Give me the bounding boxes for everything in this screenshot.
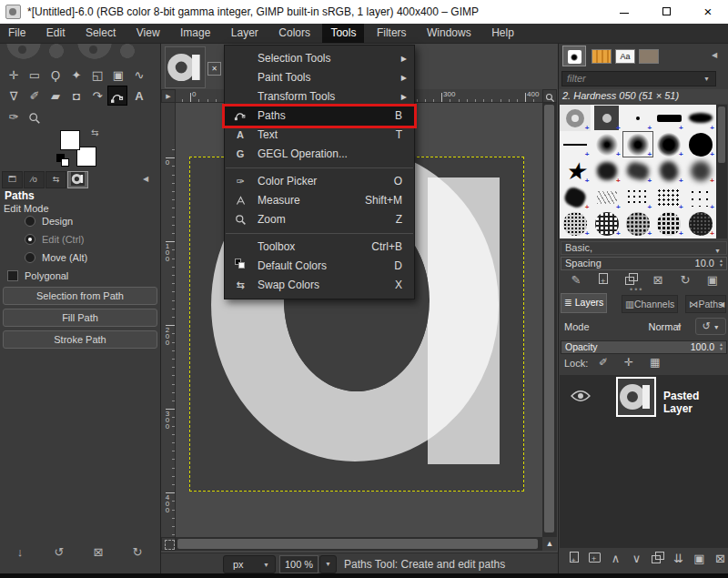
brush-thumbnail[interactable]: [685, 157, 716, 184]
delete-tool-preset-button[interactable]: ⊠: [89, 545, 107, 562]
polygonal-checkbox-row[interactable]: Polygonal: [7, 270, 68, 281]
brush-thumbnail[interactable]: [560, 131, 591, 157]
menu-file[interactable]: File: [0, 24, 34, 43]
default-colors-icon-white[interactable]: [61, 158, 69, 167]
unit-dropdown[interactable]: px▼: [223, 555, 276, 573]
layer-thumbnail[interactable]: [616, 377, 656, 417]
open-brush-as-image-button[interactable]: ▣: [703, 272, 723, 288]
brush-thumbnail[interactable]: [685, 105, 716, 131]
tool-warp-button[interactable]: ∿: [129, 66, 149, 86]
spacing-spinner[interactable]: ▲▼: [717, 259, 725, 268]
vertical-ruler[interactable]: 0 100 200 300 400: [161, 103, 176, 537]
menu-colors[interactable]: Colors: [270, 24, 318, 43]
brush-thumbnail[interactable]: [685, 210, 716, 237]
collapse-layers-dock-icon[interactable]: ◀: [719, 300, 724, 309]
menu-image[interactable]: Image: [172, 24, 218, 43]
stroke-path-button[interactable]: Stroke Path: [3, 330, 157, 349]
brush-thumbnail[interactable]: [591, 131, 622, 157]
tab-tool-options[interactable]: 🗔: [2, 171, 23, 188]
tab-document-history[interactable]: [639, 49, 659, 64]
menu-item-paint-tools[interactable]: Paint Tools▶: [225, 68, 414, 87]
save-tool-preset-button[interactable]: ↓: [11, 545, 29, 562]
minimize-button[interactable]: [604, 0, 644, 24]
brush-thumbnail[interactable]: [622, 210, 653, 237]
tool-crop-button[interactable]: ◱: [87, 66, 107, 86]
brush-thumbnail-selected[interactable]: [622, 131, 653, 157]
menu-windows[interactable]: Windows: [419, 24, 480, 43]
duplicate-layer-button[interactable]: [648, 551, 667, 567]
menu-select[interactable]: Select: [77, 24, 124, 43]
radio-design[interactable]: Design: [25, 216, 73, 228]
polygonal-checkbox[interactable]: [7, 270, 18, 281]
menu-item-selection-tools[interactable]: Selection Tools▶: [225, 49, 414, 68]
tab-patterns[interactable]: [592, 49, 612, 64]
menu-filters[interactable]: Filters: [369, 24, 415, 43]
tool-clone-button[interactable]: ◘: [66, 86, 86, 106]
selection-from-path-button[interactable]: Selection from Path: [3, 287, 157, 305]
tab-layers[interactable]: ≣ Layers: [561, 293, 607, 313]
brush-group-dropdown[interactable]: Basic,▼: [561, 241, 727, 255]
tool-paths-button[interactable]: [107, 86, 127, 106]
collapse-right-dock-icon[interactable]: ◀: [712, 51, 717, 59]
opacity-spinner[interactable]: ▲▼: [717, 342, 725, 351]
brush-grid-scrollbar-thumb[interactable]: [718, 106, 725, 163]
menu-help[interactable]: Help: [483, 24, 522, 43]
tool-transform-button[interactable]: ▣: [108, 66, 128, 86]
vertical-scrollbar[interactable]: [542, 103, 557, 537]
brush-thumbnail[interactable]: ★: [560, 157, 591, 184]
layer-visibility-eye-icon[interactable]: [571, 390, 591, 402]
merge-layer-button[interactable]: ⇊: [669, 551, 688, 567]
maximize-button[interactable]: [646, 0, 686, 24]
menu-tools[interactable]: Tools: [322, 24, 364, 43]
tab-image-thumbnail[interactable]: [67, 171, 88, 188]
menu-edit[interactable]: Edit: [38, 24, 74, 43]
layer-name[interactable]: Pasted Layer: [663, 390, 728, 415]
raise-layer-button[interactable]: ∧: [606, 551, 625, 567]
quick-mask-toggle[interactable]: [161, 537, 176, 551]
lock-alpha-icon[interactable]: ▦: [650, 356, 660, 369]
brush-thumbnail[interactable]: [685, 184, 716, 210]
zoom-dropdown-arrow[interactable]: ▼: [319, 555, 337, 573]
add-layer-mask-button[interactable]: ▣: [690, 551, 709, 567]
tool-rectangle-select-button[interactable]: ▭: [25, 66, 45, 86]
brush-thumbnail[interactable]: [591, 184, 622, 210]
delete-brush-button[interactable]: ⊠: [648, 272, 668, 288]
lock-pixels-icon[interactable]: ✐: [599, 356, 608, 369]
lock-position-icon[interactable]: ✛: [624, 356, 633, 369]
menu-layer[interactable]: Layer: [223, 24, 267, 43]
tool-text-button[interactable]: A: [129, 86, 149, 106]
tab-undo-history[interactable]: ⇆: [46, 171, 66, 188]
opacity-slider[interactable]: Opacity 100.0 ▲▼: [561, 340, 727, 354]
menu-item-paths[interactable]: PathsB: [225, 106, 414, 126]
brush-thumbnail[interactable]: [653, 105, 684, 131]
zoom-level-field[interactable]: 100 %: [279, 555, 318, 573]
menu-item-zoom[interactable]: ZoomZ: [225, 210, 414, 229]
reset-tool-options-button[interactable]: ↻: [128, 545, 147, 562]
v-scrollbar-thumb[interactable]: [544, 105, 554, 532]
edit-brush-button[interactable]: ✎: [566, 272, 586, 288]
mode-options-button[interactable]: ↺ ▼: [695, 318, 726, 335]
tab-channels[interactable]: ▥Channels: [622, 295, 678, 313]
brush-thumbnail[interactable]: [653, 131, 684, 157]
navigation-button[interactable]: ▲: [542, 537, 557, 551]
brush-grid-scrollbar[interactable]: [716, 105, 727, 238]
tool-fuzzy-select-button[interactable]: ✦: [66, 66, 86, 86]
tool-smudge-button[interactable]: ↷: [87, 86, 107, 106]
tool-paintbrush-button[interactable]: ✐: [25, 86, 45, 106]
brush-thumbnail[interactable]: [591, 210, 622, 237]
menu-item-toolbox[interactable]: ToolboxCtrl+B: [225, 238, 414, 257]
radio-design-circle[interactable]: [25, 216, 35, 227]
horizontal-scrollbar[interactable]: [176, 537, 542, 551]
tool-zoom-button[interactable]: [25, 107, 45, 127]
mode-dropdown[interactable]: Normal: [639, 321, 681, 332]
radio-edit-circle[interactable]: [25, 234, 35, 245]
brush-thumbnail[interactable]: [622, 184, 653, 210]
refresh-brushes-button[interactable]: ↻: [675, 272, 695, 288]
menu-item-text[interactable]: ATextT: [225, 126, 414, 145]
menu-item-default-colors[interactable]: Default ColorsD: [225, 257, 414, 276]
brush-thumbnail[interactable]: [560, 105, 591, 131]
brush-thumbnail[interactable]: [622, 157, 653, 184]
ruler-corner-button[interactable]: ▶: [161, 89, 176, 103]
menu-item-gegl-operation[interactable]: GGEGL Operation...: [225, 145, 414, 164]
menu-item-color-picker[interactable]: ✑Color PickerO: [225, 172, 414, 191]
